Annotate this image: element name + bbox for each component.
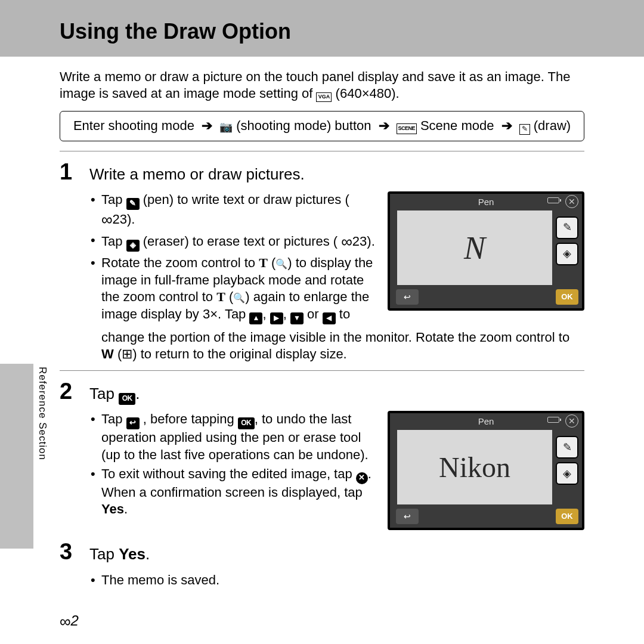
step-title: Tap Yes. (89, 544, 150, 565)
divider (60, 151, 584, 151)
yes-label: Yes (119, 545, 145, 563)
thumbnail-icon: ⊞ (122, 346, 132, 361)
step-title: Tap OK. (89, 384, 140, 405)
list-item: The memo is saved. (89, 572, 584, 589)
page-header: Using the Draw Option (0, 0, 644, 57)
pen-tool-button[interactable]: ✎ (556, 216, 578, 239)
step-3: 3 Tap Yes. The memo is saved. (60, 537, 584, 589)
text: To exit without saving the edited image,… (101, 466, 356, 481)
reference-tab (0, 364, 33, 549)
text: 23). (113, 212, 135, 227)
vga-icon: VGA (316, 92, 332, 102)
eraser-tool-button[interactable]: ◈ (556, 243, 578, 265)
navigation-path: Enter shooting mode ➔ 📷 (shooting mode) … (60, 111, 584, 141)
nav-text: Enter shooting mode (73, 118, 198, 133)
step-2: 2 Tap OK. Tap ↩ , before tapping OK, to … (60, 377, 584, 530)
page-number-value: 2 (71, 612, 79, 628)
divider (60, 370, 584, 371)
magnify-icon: 🔍 (275, 259, 287, 269)
intro-paragraph: Write a memo or draw a picture on the to… (60, 69, 584, 103)
yes-label: Yes (101, 501, 124, 516)
text: Tap (101, 411, 126, 426)
battery-icon (547, 197, 559, 203)
text: , before tapping (143, 411, 238, 426)
w-zoom-label: W (101, 346, 114, 361)
back-button[interactable]: ↩ (396, 509, 419, 524)
ok-icon: OK (238, 417, 255, 429)
step-body: Tap ✎ (pen) to write text or draw pictur… (60, 191, 376, 327)
step-body: Tap ↩ , before tapping OK, to undo the l… (60, 411, 376, 530)
ok-button[interactable]: OK (556, 509, 578, 524)
step-number: 2 (60, 377, 82, 406)
list-item: Tap ◈ (eraser) to erase text or pictures… (89, 232, 376, 252)
text: , (262, 306, 270, 321)
screenshot-pen-draw: Pen ✕ N ✎ ◈ ↩ OK (388, 191, 584, 311)
scene-icon: SCENE (397, 123, 417, 134)
step-number: 1 (60, 157, 82, 187)
text: ) to return to the original display size… (132, 346, 347, 361)
close-circle-icon: ✕ (356, 472, 368, 484)
nav-text: Scene mode (420, 118, 498, 133)
text: Tap (89, 545, 119, 563)
t-zoom-label: T (216, 289, 225, 304)
draw-canvas[interactable]: N (397, 210, 552, 285)
step-title: Write a memo or draw pictures. (89, 165, 305, 185)
text: to (336, 306, 350, 321)
list-item: Tap ↩ , before tapping OK, to undo the l… (89, 411, 376, 463)
step-1: 1 Write a memo or draw pictures. Tap ✎ (… (60, 157, 584, 363)
section-icon: ∞ (60, 612, 71, 630)
text: Tap (101, 192, 126, 207)
ok-button[interactable]: OK (556, 289, 578, 305)
text: (eraser) to erase text or pictures ( (143, 234, 338, 249)
arrow-icon: ➔ (202, 118, 212, 133)
camera-icon: 📷 (219, 121, 233, 133)
ok-icon: OK (119, 393, 135, 405)
text: Tap (101, 234, 126, 249)
text: change the portion of the image visible … (101, 330, 569, 345)
pen-icon: ✎ (126, 198, 140, 210)
text: or (304, 306, 323, 321)
right-arrow-icon: ▶ (270, 312, 283, 324)
list-item: To exit without saving the edited image,… (89, 466, 376, 518)
eraser-tool-button[interactable]: ◈ (556, 462, 578, 485)
text: . (124, 501, 128, 516)
text: Rotate the zoom control to (101, 255, 259, 270)
up-arrow-icon: ▲ (249, 312, 262, 324)
text: (pen) to write text or draw pictures ( (143, 192, 349, 207)
page-content: Write a memo or draw a picture on the to… (0, 57, 644, 589)
draw-icon: ✎ (519, 124, 530, 135)
draw-canvas[interactable]: Nikon (397, 430, 552, 504)
pen-tool-button[interactable]: ✎ (556, 436, 578, 459)
t-zoom-label: T (259, 255, 268, 270)
text: . (145, 545, 150, 563)
undo-icon: ↩ (126, 417, 140, 429)
close-icon[interactable]: ✕ (565, 195, 578, 208)
intro-text-b: (640×480). (336, 86, 400, 101)
text: Tap (89, 385, 119, 402)
text: , (283, 306, 290, 321)
list-item: Tap ✎ (pen) to write text or draw pictur… (89, 191, 376, 230)
intro-text: Write a memo or draw a picture on the to… (60, 69, 570, 101)
step-continued: change the portion of the image visible … (60, 329, 584, 363)
battery-icon (547, 417, 559, 423)
arrow-icon: ➔ (501, 118, 512, 133)
text: . (135, 385, 140, 402)
step-body: The memo is saved. (60, 572, 584, 589)
nav-text: (draw) (534, 118, 571, 133)
page-title: Using the Draw Option (60, 18, 584, 46)
eraser-icon: ◈ (126, 240, 140, 252)
screenshot-pen-nikon: Pen ✕ Nikon ✎ ◈ ↩ OK (388, 411, 584, 530)
nav-text: (shooting mode) button (236, 118, 374, 133)
left-arrow-icon: ◀ (323, 312, 336, 324)
down-arrow-icon: ▼ (290, 312, 304, 324)
page-number: ∞2 (60, 611, 79, 632)
magnify-icon: 🔍 (233, 293, 245, 303)
back-button[interactable]: ↩ (396, 289, 419, 305)
arrow-icon: ➔ (379, 118, 389, 133)
list-item: Rotate the zoom control to T (🔍) to disp… (89, 255, 376, 324)
step-number: 3 (60, 537, 82, 566)
ref-icon: ∞ (101, 210, 113, 228)
text: 23). (352, 234, 375, 249)
reference-section-label: Reference Section (36, 367, 49, 460)
ref-icon: ∞ (341, 233, 352, 250)
